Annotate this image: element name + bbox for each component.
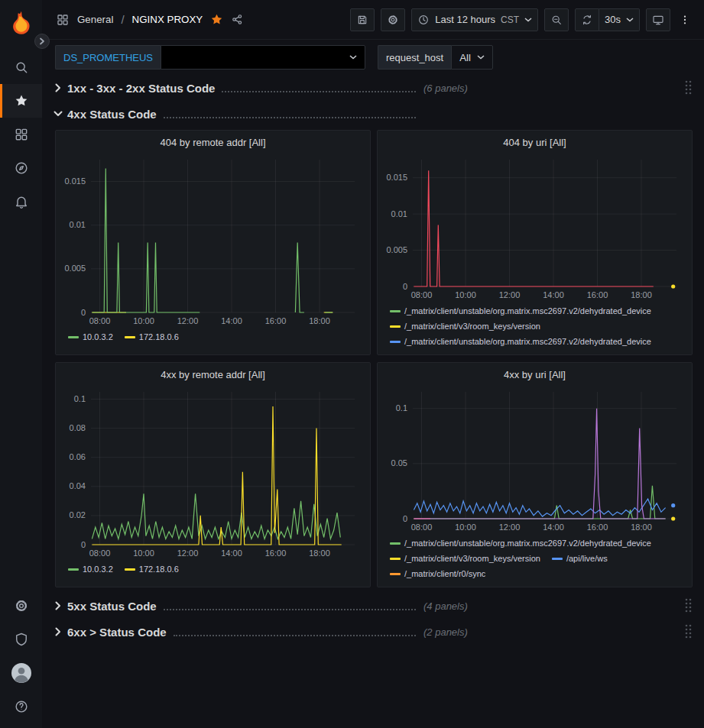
svg-text:0: 0 — [81, 540, 86, 549]
sidebar-item-dashboards[interactable] — [0, 118, 42, 151]
clock-icon — [417, 14, 430, 26]
legend-label: 172.18.0.6 — [139, 329, 179, 345]
svg-text:0.05: 0.05 — [391, 458, 407, 468]
grafana-logo[interactable] — [7, 9, 36, 38]
legend-item[interactable]: /_matrix/client/unstable/org.matrix.msc2… — [390, 535, 651, 551]
svg-text:16:00: 16:00 — [587, 290, 608, 299]
sidebar-item-alerting[interactable] — [0, 185, 42, 218]
row-drag-handle[interactable] — [684, 623, 693, 639]
request-host-value: All — [459, 52, 471, 63]
sidebar-item-explore[interactable] — [0, 151, 42, 185]
legend-item[interactable]: 10.0.3.2 — [68, 329, 113, 345]
sidebar-bottom-nav — [0, 589, 42, 723]
svg-text:0.04: 0.04 — [70, 481, 86, 490]
legend-swatch-icon — [390, 573, 401, 575]
svg-text:12:00: 12:00 — [177, 316, 199, 325]
chevron-down-icon — [477, 55, 485, 60]
share-button[interactable] — [231, 13, 244, 26]
breadcrumb-section[interactable]: General — [77, 14, 113, 25]
time-series-chart[interactable]: 08:0010:0012:0014:0016:0018:0000.0050.01… — [62, 154, 364, 328]
svg-text:0.08: 0.08 — [70, 423, 86, 432]
svg-text:0.01: 0.01 — [70, 220, 86, 229]
panel-title[interactable]: 4xx by uri [All] — [384, 363, 686, 386]
breadcrumb-title[interactable]: NGINX PROXY — [132, 14, 203, 25]
legend-item[interactable]: 10.0.3.2 — [68, 561, 113, 577]
sidebar-expand-button[interactable] — [34, 34, 50, 49]
datasource-select[interactable] — [161, 45, 365, 70]
panel-title[interactable]: 4xx by remote addr [All] — [62, 363, 364, 386]
time-series-chart[interactable]: 08:0010:0012:0014:0016:0018:0000.0050.01… — [384, 154, 686, 302]
row-title: 6xx > Status Code — [67, 626, 167, 639]
refresh-button[interactable] — [575, 8, 599, 31]
cycle-view-button[interactable] — [646, 8, 670, 31]
row-toggle-6xx[interactable]: 6xx > Status Code — [55, 626, 167, 639]
save-dashboard-button[interactable] — [350, 8, 375, 31]
save-icon — [356, 14, 368, 26]
breadcrumb: General / NGINX PROXY — [56, 13, 244, 27]
time-series-chart[interactable]: 08:0010:0012:0014:0016:0018:0000.020.040… — [62, 386, 364, 560]
panel-legend: /_matrix/client/unstable/org.matrix.msc2… — [384, 535, 686, 582]
svg-text:0.005: 0.005 — [64, 264, 86, 273]
legend-item[interactable]: /_matrix/client/unstable/org.matrix.msc2… — [390, 303, 651, 319]
zoom-out-button[interactable] — [544, 8, 569, 31]
legend-item[interactable]: /_matrix/client/v3/room_keys/version — [390, 349, 540, 350]
legend-item[interactable]: /sw.js — [552, 349, 587, 350]
panel-404-by-uri-all: 404 by uri [All]08:0010:0012:0014:0016:0… — [377, 130, 693, 355]
request-host-variable-label[interactable]: request_host — [378, 45, 451, 70]
request-host-select[interactable]: All — [451, 45, 493, 70]
svg-text:0.06: 0.06 — [70, 452, 86, 461]
row-toggle-4xx[interactable]: 4xx Status Code — [55, 108, 157, 121]
dashboard-settings-button[interactable] — [381, 8, 405, 31]
time-series-chart[interactable]: 08:0010:0012:0014:0016:0018:0000.050.1 — [384, 386, 686, 534]
sidebar-item-server-admin[interactable] — [0, 623, 42, 656]
sidebar-item-starred[interactable] — [0, 84, 42, 118]
kebab-menu-button[interactable] — [676, 8, 693, 31]
svg-text:0.1: 0.1 — [74, 394, 86, 403]
time-range-picker[interactable]: Last 12 hours CST — [411, 8, 538, 31]
sidebar-item-configuration[interactable] — [0, 589, 42, 623]
svg-text:10:00: 10:00 — [133, 548, 154, 558]
time-range-label: Last 12 hours — [435, 14, 495, 25]
refresh-interval-dropdown[interactable]: 30s — [599, 8, 640, 31]
legend-item[interactable]: /_matrix/client/v3/room_keys/version — [390, 319, 540, 334]
svg-text:10:00: 10:00 — [455, 290, 476, 299]
row-drag-handle[interactable] — [684, 597, 693, 613]
legend-item[interactable]: /api/live/ws — [552, 551, 608, 566]
row-toggle-1xx-3xx-2xx[interactable]: 1xx - 3xx - 2xx Status Code — [55, 82, 215, 95]
legend-item[interactable]: 172.18.0.6 — [125, 329, 179, 345]
panel-title[interactable]: 404 by remote addr [All] — [62, 131, 364, 154]
sidebar-item-help[interactable] — [0, 690, 42, 723]
panel-title[interactable]: 404 by uri [All] — [384, 131, 686, 154]
chevron-down-icon — [524, 18, 532, 22]
row-panel-count: (2 panels) — [423, 626, 468, 638]
variable-request-host: request_host All — [378, 45, 493, 70]
legend-swatch-icon — [552, 558, 563, 560]
row-dotted-leader — [164, 601, 416, 610]
svg-text:18:00: 18:00 — [631, 290, 652, 299]
gear-icon — [14, 598, 29, 613]
datasource-variable-label[interactable]: DS_PROMETHEUS — [55, 45, 161, 70]
sidebar-item-profile[interactable] — [0, 656, 42, 690]
svg-text:18:00: 18:00 — [309, 548, 330, 558]
legend-item[interactable]: /_matrix/client/unstable/org.matrix.msc2… — [390, 334, 651, 349]
sidebar — [0, 0, 42, 728]
legend-label: /sw.js — [566, 349, 587, 350]
legend-label: /_matrix/client/unstable/org.matrix.msc2… — [404, 535, 651, 551]
row-drag-handle[interactable] — [684, 79, 693, 95]
variable-datasource: DS_PROMETHEUS — [55, 45, 365, 70]
svg-text:0.02: 0.02 — [70, 510, 86, 519]
legend-item[interactable]: 172.18.0.6 — [125, 561, 179, 577]
legend-item[interactable]: /_matrix/client/unstable/org.matrix.msc2… — [390, 581, 651, 582]
row-toggle-5xx[interactable]: 5xx Status Code — [55, 600, 157, 613]
svg-text:0.015: 0.015 — [386, 173, 407, 182]
svg-text:18:00: 18:00 — [309, 316, 330, 325]
legend-item[interactable]: /_matrix/client/v3/room_keys/version — [390, 551, 540, 566]
sidebar-item-search[interactable] — [0, 50, 42, 84]
row-title: 1xx - 3xx - 2xx Status Code — [67, 82, 215, 95]
svg-text:10:00: 10:00 — [133, 316, 154, 325]
panel-legend: /_matrix/client/unstable/org.matrix.msc2… — [384, 303, 686, 350]
legend-label: 10.0.3.2 — [83, 329, 113, 345]
favorite-star-button[interactable] — [210, 13, 223, 26]
legend-item[interactable]: /_matrix/client/r0/sync — [390, 566, 485, 581]
legend-swatch-icon — [390, 310, 401, 312]
